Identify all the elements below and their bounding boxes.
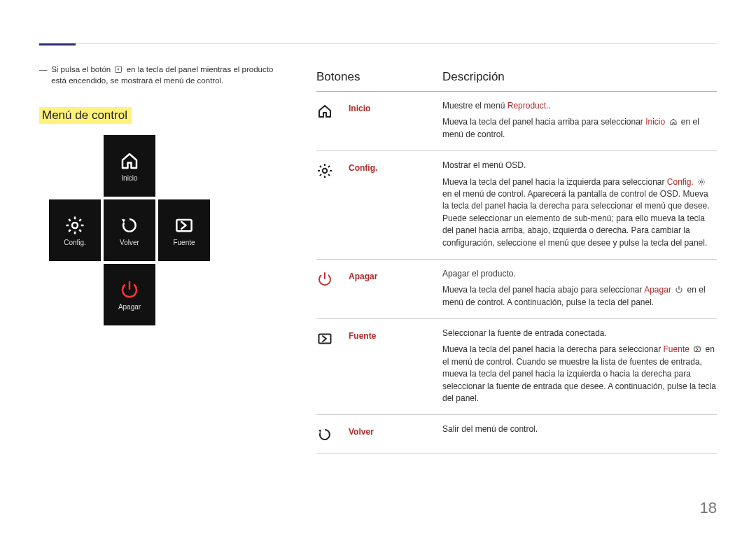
dpad-left-label: Config. (64, 239, 86, 246)
return-icon (316, 423, 349, 443)
power-icon (675, 286, 683, 294)
dpad-left-config: Config. (49, 199, 101, 261)
row-name: Inicio (349, 100, 442, 115)
dpad: Inicio Config. Volver Fuente Apagar (48, 135, 216, 331)
panel-key-icon (114, 65, 122, 73)
row-lead: Apagar el producto. (442, 268, 717, 280)
row-name: Config. (349, 160, 442, 174)
dpad-right-label: Fuente (173, 239, 195, 246)
gear-icon (64, 215, 85, 236)
row-name: Volver (349, 423, 442, 438)
table-row: Inicio Muestre el menú Reproduct.. Mueva… (316, 92, 717, 151)
row-lead: Mostrar el menú OSD. (442, 160, 717, 171)
buttons-table: Botones Descripción Inicio Muestre el me… (316, 64, 717, 454)
dpad-top-inicio: Inicio (104, 135, 155, 197)
source-icon (693, 345, 701, 353)
row-lead: Seleccionar la fuente de entrada conecta… (442, 328, 717, 339)
table-row: Config. Mostrar el menú OSD. Mueva la te… (316, 151, 717, 260)
row-body: Mueva la tecla del panel hacia la derech… (442, 344, 717, 405)
table-row: Apagar Apagar el producto. Mueva la tecl… (316, 260, 717, 319)
dpad-center-label: Volver (120, 239, 139, 246)
header-accent (39, 43, 76, 45)
row-body: Mueva la tecla del panel hacia abajo par… (442, 284, 717, 309)
row-name: Fuente (349, 328, 442, 342)
return-icon (119, 215, 140, 236)
row-body: Mueva la tecla del panel hacia la izquie… (442, 176, 717, 249)
home-icon (669, 118, 678, 126)
row-body: Salir del menú de control. (442, 423, 717, 435)
dpad-bottom-apagar: Apagar (104, 264, 155, 325)
home-icon (119, 150, 140, 171)
home-icon (316, 100, 349, 120)
source-icon (316, 328, 349, 347)
source-icon (174, 215, 195, 236)
table-header-description: Descripción (442, 70, 717, 84)
table-row: Volver Salir del menú de control. (316, 415, 717, 454)
row-lead: Muestre el menú Reproduct.. (442, 100, 717, 112)
table-header-buttons: Botones (316, 70, 442, 84)
dpad-right-fuente: Fuente (158, 199, 210, 261)
table-row: Fuente Seleccionar la fuente de entrada … (316, 319, 717, 415)
dpad-bottom-label: Apagar (118, 303, 141, 311)
dpad-center-volver: Volver (104, 199, 155, 261)
power-icon (316, 268, 349, 288)
note-text-prefix: Si pulsa el botón (51, 65, 113, 73)
power-icon (119, 279, 140, 300)
gear-icon (697, 178, 706, 186)
gear-icon (316, 160, 349, 179)
row-body: Mueva la tecla del panel hacia arriba pa… (442, 116, 717, 141)
control-menu-heading: Menú de control (39, 107, 132, 124)
row-name: Apagar (349, 268, 442, 283)
page-number: 18 (700, 499, 717, 517)
dpad-top-label: Inicio (121, 174, 137, 182)
header-rule (39, 43, 717, 44)
note: ― Si pulsa el botón en la tecla del pane… (39, 64, 298, 86)
